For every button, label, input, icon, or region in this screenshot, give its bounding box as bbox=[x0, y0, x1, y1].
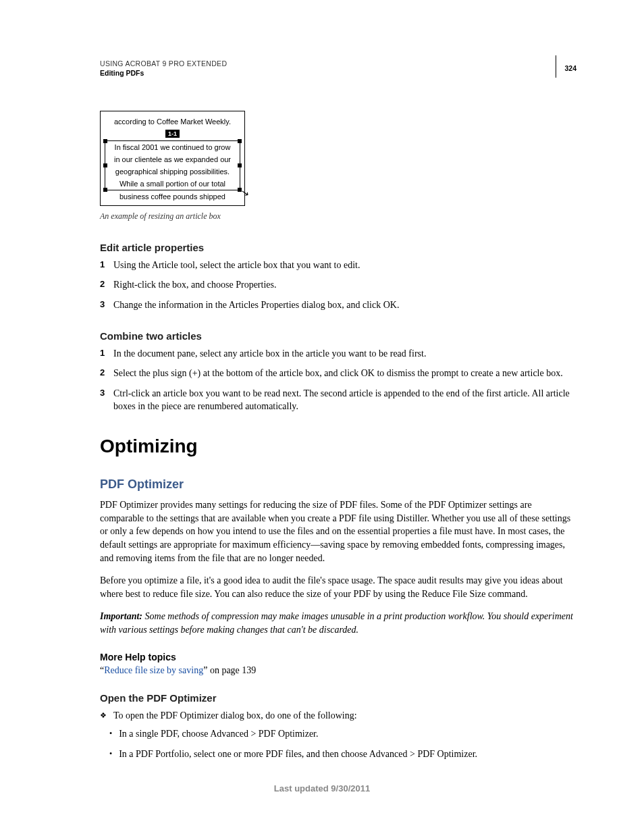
step-number: 2 bbox=[100, 367, 107, 380]
step-text: Right-click the box, and choose Properti… bbox=[113, 278, 276, 291]
figure-caption: An example of resizing an article box bbox=[100, 211, 576, 221]
step-number: 2 bbox=[100, 278, 107, 291]
chapter-tag: Editing PDFs bbox=[100, 69, 576, 77]
option-list: In a single PDF, choose Advanced > PDF O… bbox=[100, 727, 576, 760]
reference-tail: ” on page 139 bbox=[203, 665, 256, 675]
step-number: 3 bbox=[100, 387, 107, 413]
step-text: Change the information in the Articles P… bbox=[113, 298, 399, 311]
figure-line: in our clientele as we expanded our bbox=[105, 153, 240, 165]
list-item: In a single PDF, choose Advanced > PDF O… bbox=[100, 727, 576, 741]
intro-list: To open the PDF Optimizer dialog box, do… bbox=[100, 709, 576, 723]
step-item: 2Right-click the box, and choose Propert… bbox=[100, 278, 576, 291]
figure-line: In fiscal 2001 we continued to grow bbox=[105, 141, 240, 153]
list-text: To open the PDF Optimizer dialog box, do… bbox=[113, 709, 357, 723]
list-text: In a single PDF, choose Advanced > PDF O… bbox=[119, 727, 318, 741]
figure-overflow-line: business coffee pounds shipped bbox=[101, 190, 244, 203]
running-head: USING ACROBAT 9 PRO EXTENDED bbox=[100, 59, 576, 68]
page-number-box: 324 bbox=[556, 55, 576, 78]
figure-line: While a small portion of our total bbox=[105, 178, 240, 190]
selected-article-box: In fiscal 2001 we continued to grow in o… bbox=[105, 140, 240, 190]
important-note: Important: Some methods of compression m… bbox=[100, 610, 576, 636]
step-item: 2Select the plus sign (+) at the bottom … bbox=[100, 367, 576, 380]
step-item: 1In the document pane, select any articl… bbox=[100, 347, 576, 360]
step-item: 3Ctrl-click an article box you want to b… bbox=[100, 387, 576, 413]
list-item: To open the PDF Optimizer dialog box, do… bbox=[100, 709, 576, 723]
figure-top-line: according to Coffee Market Weekly. bbox=[101, 115, 244, 128]
article-badge: 1-1 bbox=[165, 130, 180, 138]
help-topic-reference: “Reduce file size by saving” on page 139 bbox=[100, 665, 576, 676]
heading-open-pdf-optimizer: Open the PDF Optimizer bbox=[100, 692, 576, 704]
page-content: 324 USING ACROBAT 9 PRO EXTENDED Editing… bbox=[0, 0, 644, 808]
step-text: In the document pane, select any article… bbox=[113, 347, 426, 360]
list-item: In a PDF Portfolio, select one or more P… bbox=[100, 748, 576, 761]
step-text: Using the Article tool, select the artic… bbox=[113, 259, 360, 271]
heading-optimizing: Optimizing bbox=[100, 436, 576, 457]
heading-pdf-optimizer: PDF Optimizer bbox=[100, 477, 576, 492]
article-figure: according to Coffee Market Weekly. 1-1 I… bbox=[100, 111, 576, 221]
step-number: 3 bbox=[100, 298, 107, 311]
heading-edit-article-properties: Edit article properties bbox=[100, 242, 576, 253]
paragraph: Before you optimize a file, it's a good … bbox=[100, 574, 576, 600]
important-label: Important: bbox=[100, 611, 142, 621]
steps-edit-article: 1Using the Article tool, select the arti… bbox=[100, 259, 576, 311]
step-item: 3Change the information in the Articles … bbox=[100, 298, 576, 311]
step-item: 1Using the Article tool, select the arti… bbox=[100, 259, 576, 271]
heading-more-help-topics: More Help topics bbox=[100, 652, 576, 662]
figure-line: geographical shipping possibilities. bbox=[105, 165, 240, 178]
step-text: Select the plus sign (+) at the bottom o… bbox=[113, 367, 563, 380]
page-footer: Last updated 9/30/2011 bbox=[0, 783, 644, 793]
step-text: Ctrl-click an article box you want to be… bbox=[113, 387, 576, 413]
steps-combine-articles: 1In the document pane, select any articl… bbox=[100, 347, 576, 413]
page-number: 324 bbox=[564, 64, 576, 72]
article-box-illustration: according to Coffee Market Weekly. 1-1 I… bbox=[100, 111, 245, 206]
important-text: Some methods of compression may make ima… bbox=[100, 611, 573, 635]
step-number: 1 bbox=[100, 347, 107, 360]
list-text: In a PDF Portfolio, select one or more P… bbox=[119, 748, 477, 761]
link-reduce-file-size[interactable]: Reduce file size by saving bbox=[104, 665, 203, 675]
heading-combine-two-articles: Combine two articles bbox=[100, 330, 576, 342]
paragraph: PDF Optimizer provides many settings for… bbox=[100, 498, 576, 565]
step-number: 1 bbox=[100, 259, 107, 271]
